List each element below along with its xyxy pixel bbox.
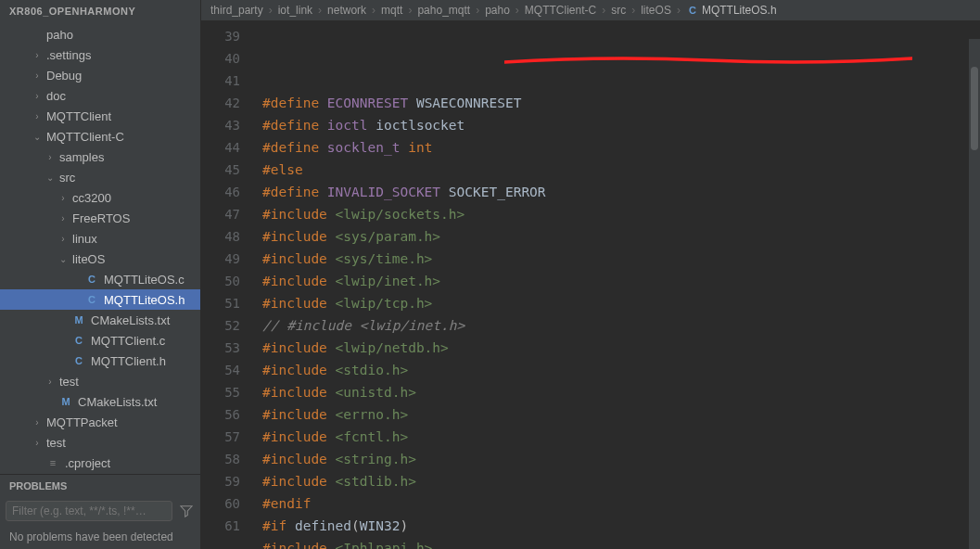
line-number: 53 bbox=[201, 337, 240, 359]
code-line[interactable]: #endif bbox=[262, 492, 980, 515]
problems-header: PROBLEMS bbox=[0, 474, 200, 497]
tree-item[interactable]: ›.settings bbox=[0, 45, 200, 65]
code-line[interactable]: #include <fcntl.h> bbox=[262, 426, 980, 448]
code-line[interactable]: #include <lwip/tcp.h> bbox=[262, 292, 980, 314]
code-line[interactable]: #include <lwip/netdb.h> bbox=[262, 337, 980, 359]
code-line[interactable]: #include <string.h> bbox=[262, 448, 980, 470]
code-line[interactable]: #if defined(WIN32) bbox=[262, 515, 980, 537]
tree-item[interactable]: MCMakeLists.txt bbox=[0, 310, 200, 330]
breadcrumb-item[interactable]: liteOS bbox=[641, 4, 671, 17]
tree-item[interactable]: ›MQTTPacket bbox=[0, 412, 200, 432]
code-line[interactable]: #define ioctl ioctlsocket bbox=[262, 114, 980, 136]
tree-item[interactable]: ›linux bbox=[0, 228, 200, 249]
line-number: 45 bbox=[201, 159, 240, 181]
breadcrumb-label: paho bbox=[485, 4, 510, 17]
chevron-icon: ⌄ bbox=[32, 132, 43, 142]
tree-item[interactable]: ⌄liteOS bbox=[0, 249, 200, 269]
tree-item[interactable]: ›FreeRTOS bbox=[0, 208, 200, 228]
tree-item[interactable]: ›cc3200 bbox=[0, 187, 200, 208]
breadcrumb-item[interactable]: paho_mqtt bbox=[417, 4, 470, 17]
code-line[interactable]: #include <stdio.h> bbox=[262, 359, 980, 381]
chevron-icon: › bbox=[32, 91, 43, 101]
tree-item[interactable]: ›test bbox=[0, 371, 200, 391]
breadcrumb-item[interactable]: MQTTClient-C bbox=[525, 4, 596, 17]
chevron-icon: ⌄ bbox=[45, 172, 56, 183]
breadcrumb-item[interactable]: src bbox=[611, 4, 626, 17]
file-tree[interactable]: paho›.settings›Debug›doc›MQTTClient⌄MQTT… bbox=[0, 22, 200, 474]
scrollbar-thumb[interactable] bbox=[971, 67, 978, 150]
line-number: 58 bbox=[201, 448, 240, 470]
tree-item[interactable]: ›Debug bbox=[0, 65, 200, 85]
line-number: 54 bbox=[201, 359, 240, 381]
code-line[interactable]: #include <Iphlpapi.h> bbox=[262, 537, 980, 549]
tree-item[interactable]: CMQTTClient.c bbox=[0, 330, 200, 351]
breadcrumb-item[interactable]: network bbox=[327, 4, 366, 17]
tree-item[interactable]: ⌄src bbox=[0, 167, 200, 187]
line-number: 48 bbox=[201, 225, 240, 248]
code-line[interactable]: #else bbox=[262, 159, 980, 181]
code-line[interactable]: #define socklen_t int bbox=[262, 136, 980, 159]
chevron-right-icon: › bbox=[515, 4, 519, 17]
line-number: 46 bbox=[201, 181, 240, 203]
tree-item-label: MQTTLiteOS.c bbox=[104, 273, 185, 287]
code-line[interactable]: #include <lwip/sockets.h> bbox=[262, 203, 980, 225]
file-icon: C bbox=[72, 335, 85, 346]
code-line[interactable]: #define INVALID_SOCKET SOCKET_ERROR bbox=[262, 181, 980, 203]
code-editor[interactable]: 3940414243444546474849505152535455565758… bbox=[201, 21, 980, 549]
code-line[interactable]: #define ECONNRESET WSAECONNRESET bbox=[262, 92, 980, 114]
problems-filter-input[interactable] bbox=[6, 501, 172, 521]
breadcrumb-label: MQTTClient-C bbox=[525, 4, 596, 17]
breadcrumb-item[interactable]: mqtt bbox=[381, 4, 402, 17]
tree-item[interactable]: CMQTTLiteOS.h bbox=[0, 289, 200, 310]
tree-item-label: MQTTClient-C bbox=[46, 130, 124, 144]
tree-item[interactable]: ›MQTTClient bbox=[0, 106, 200, 126]
tree-item-label: CMakeLists.txt bbox=[78, 395, 157, 409]
tree-item-label: MQTTClient bbox=[46, 109, 111, 123]
tree-item-label: .settings bbox=[46, 48, 91, 62]
chevron-right-icon: › bbox=[677, 4, 681, 17]
breadcrumb[interactable]: third_party›iot_link›network›mqtt›paho_m… bbox=[201, 0, 980, 21]
code-line[interactable]: // #include <lwip/inet.h> bbox=[262, 314, 980, 337]
tree-item-label: paho bbox=[46, 28, 73, 42]
code-line[interactable]: #include <lwip/inet.h> bbox=[262, 270, 980, 292]
chevron-right-icon: › bbox=[631, 4, 635, 17]
tree-item[interactable]: CMQTTLiteOS.c bbox=[0, 269, 200, 289]
line-number: 41 bbox=[201, 70, 240, 92]
line-number: 61 bbox=[201, 515, 240, 537]
tree-item-label: FreeRTOS bbox=[72, 211, 130, 225]
line-number: 55 bbox=[201, 381, 240, 403]
chevron-icon: ⌄ bbox=[57, 254, 69, 264]
code-line[interactable]: #include <errno.h> bbox=[262, 403, 980, 426]
tree-item[interactable]: ›doc bbox=[0, 85, 200, 106]
tree-item-label: MQTTClient.h bbox=[91, 354, 166, 368]
tree-item[interactable]: ›samples bbox=[0, 147, 200, 167]
filter-icon[interactable] bbox=[178, 503, 195, 519]
breadcrumb-item[interactable]: CMQTTLiteOS.h bbox=[686, 4, 777, 17]
tree-item[interactable]: MCMakeLists.txt bbox=[0, 391, 200, 412]
tree-item[interactable]: paho bbox=[0, 24, 200, 45]
chevron-icon: › bbox=[32, 417, 43, 428]
code-line[interactable]: #include <sys/param.h> bbox=[262, 225, 980, 248]
code-area[interactable]: #define ECONNRESET WSAECONNRESET#define … bbox=[257, 21, 980, 549]
line-number: 39 bbox=[201, 25, 240, 47]
red-annotation bbox=[424, 31, 832, 44]
code-line[interactable]: #include <unistd.h> bbox=[262, 381, 980, 403]
file-icon: C bbox=[72, 355, 85, 366]
vertical-scrollbar[interactable] bbox=[969, 39, 980, 549]
main-area: third_party›iot_link›network›mqtt›paho_m… bbox=[201, 0, 980, 549]
breadcrumb-item[interactable]: third_party bbox=[210, 4, 263, 17]
tree-item[interactable]: CMQTTClient.h bbox=[0, 351, 200, 371]
tree-item[interactable]: ≡.cproject bbox=[0, 453, 200, 473]
tree-item[interactable]: ⌄MQTTClient-C bbox=[0, 126, 200, 147]
tree-item[interactable]: ›test bbox=[0, 432, 200, 453]
breadcrumb-label: paho_mqtt bbox=[417, 4, 470, 17]
file-icon: M bbox=[59, 396, 72, 407]
tree-item-label: Debug bbox=[46, 69, 82, 83]
breadcrumb-item[interactable]: iot_link bbox=[278, 4, 312, 17]
breadcrumb-item[interactable]: paho bbox=[485, 4, 510, 17]
chevron-icon: › bbox=[57, 193, 69, 203]
tree-item-label: src bbox=[59, 171, 75, 185]
code-line[interactable]: #include <sys/time.h> bbox=[262, 248, 980, 270]
breadcrumb-label: mqtt bbox=[381, 4, 402, 17]
code-line[interactable]: #include <stdlib.h> bbox=[262, 470, 980, 492]
